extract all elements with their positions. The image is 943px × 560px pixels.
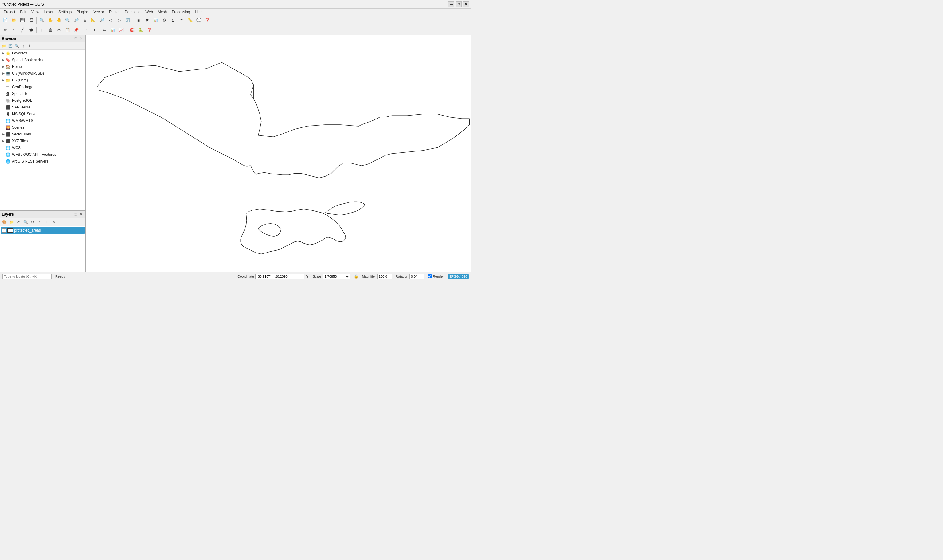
tree-item-spatial-bookmarks[interactable]: ▶🔖Spatial Bookmarks [0,57,85,63]
add-point-button[interactable]: • [10,26,18,34]
tree-item-vector-tiles[interactable]: ▶⬛Vector Tiles [0,131,85,138]
layers-open-button[interactable]: 🎨 [1,219,8,225]
browser-filter-button[interactable]: 🔍 [14,43,20,49]
identify-button[interactable]: 🔍 [38,16,46,24]
layer-checkbox[interactable]: ✓ [2,228,6,232]
layers-close-button[interactable]: ✕ [78,212,83,217]
tree-item-arcgis-rest-servers[interactable]: 🌐ArcGIS REST Servers [0,158,85,165]
tree-item-wms-wmts[interactable]: 🌐WMS/WMTS [0,117,85,124]
tree-item-wfs-ogc-api-features[interactable]: 🌐WFS / OGC API - Features [0,151,85,158]
add-polygon-button[interactable]: ⬟ [27,26,35,34]
deselect-button[interactable]: ✖ [143,16,151,24]
menu-item-settings[interactable]: Settings [56,9,74,15]
measure-button[interactable]: 📏 [186,16,194,24]
zoom-layer-button[interactable]: 📐 [89,16,97,24]
coordinate-input[interactable] [255,274,305,279]
statistics-button[interactable]: 📊 [152,16,160,24]
menu-item-plugins[interactable]: Plugins [74,9,91,15]
layer-item-protected-areas[interactable]: ✓ protected_areas [1,227,85,234]
minimize-button[interactable]: — [448,1,454,8]
python-button[interactable]: 🐍 [137,26,145,34]
pan-native-button[interactable]: 🤚 [55,16,63,24]
layer-diagram-button[interactable]: 📈 [117,26,125,34]
layers-visibility-button[interactable]: 👁 [15,219,22,225]
zoom-full-button[interactable]: ⊞ [81,16,89,24]
tree-item-c-windows-ssd-[interactable]: ▶💻C:\ (Windows-SSD) [0,70,85,77]
open-project-button[interactable]: 📂 [10,16,18,24]
menu-item-view[interactable]: View [29,9,42,15]
tree-item-xyz-tiles[interactable]: ▶⬛XYZ Tiles [0,138,85,145]
tree-item-home[interactable]: ▶🏠Home [0,63,85,70]
sum-button[interactable]: Σ [169,16,177,24]
browser-collapse-button[interactable]: ↑ [21,43,26,49]
select-button[interactable]: ▣ [135,16,143,24]
browser-refresh-button[interactable]: 🔄 [8,43,13,49]
annotation-button[interactable]: 💬 [195,16,203,24]
render-checkbox[interactable] [428,274,432,278]
menu-item-layer[interactable]: Layer [42,9,56,15]
browser-close-button[interactable]: ✕ [78,36,83,41]
new-project-button[interactable]: 📄 [1,16,9,24]
paste-button[interactable]: 📌 [72,26,80,34]
layers-move-up-button[interactable]: ↑ [37,219,43,225]
snapping-button[interactable]: 🧲 [128,26,136,34]
lock-icon[interactable]: 🔒 [354,274,358,278]
diagram-button[interactable]: 📊 [109,26,117,34]
digitize-button[interactable]: ✏ [1,26,9,34]
locate-input[interactable] [3,274,52,279]
pan-button[interactable]: ✋ [46,16,54,24]
tree-item-spatialite[interactable]: 🗄SpatiaLite [0,90,85,97]
rotation-input[interactable] [409,274,424,279]
magnifier-input[interactable] [377,274,392,279]
browser-float-button[interactable]: ⬚ [73,36,78,41]
tree-item-favorites[interactable]: ▶⭐Favorites [0,50,85,57]
layers-filter-map-button[interactable]: ⚙ [29,219,35,225]
scale-select[interactable]: 1:70853 [323,274,350,279]
copy-button[interactable]: 📋 [63,26,72,34]
epsg-badge[interactable]: EPSG:4326 [448,274,469,278]
refresh-button[interactable]: 🔄 [124,16,132,24]
maximize-button[interactable]: □ [455,1,462,8]
delete-button[interactable]: 🗑 [46,26,54,34]
menu-item-database[interactable]: Database [122,9,143,15]
help2-button[interactable]: ❓ [145,26,153,34]
layers-remove-button[interactable]: ✕ [51,219,57,225]
add-line-button[interactable]: ╱ [18,26,26,34]
menu-item-project[interactable]: Project [1,9,17,15]
menu-item-edit[interactable]: Edit [17,9,29,15]
tree-item-wcs[interactable]: 🌐WCS [0,145,85,151]
help-button[interactable]: ❓ [203,16,211,24]
save-button[interactable]: 💾 [18,16,26,24]
menu-item-help[interactable]: Help [192,9,205,15]
browser-info-button[interactable]: ℹ [27,43,32,49]
layers-move-down-button[interactable]: ↓ [44,219,50,225]
menu-item-web[interactable]: Web [143,9,155,15]
list-button[interactable]: ≡ [177,16,186,24]
tree-item-ms-sql-server[interactable]: 🗄MS SQL Server [0,111,85,117]
close-button[interactable]: ✕ [463,1,469,8]
browser-add-button[interactable]: 📁 [1,43,7,49]
tree-item-scenes[interactable]: 🌄Scenes [0,124,85,131]
settings-button[interactable]: ⚙ [160,16,168,24]
menu-item-processing[interactable]: Processing [169,9,192,15]
tree-item-postgresql[interactable]: 🐘PostgreSQL [0,97,85,104]
tree-item-geopackage[interactable]: 🗃GeoPackage [0,83,85,90]
zoom-selection-button[interactable]: 🔎 [98,16,106,24]
layers-float-button[interactable]: ⬚ [73,212,78,217]
redo-button[interactable]: ↪ [89,26,97,34]
menu-item-vector[interactable]: Vector [91,9,106,15]
menu-item-mesh[interactable]: Mesh [155,9,169,15]
tree-item-d-data-[interactable]: ▶📁D:\ (Data) [0,77,85,83]
move-feature-button[interactable]: ⊕ [38,26,46,34]
map-canvas[interactable] [86,35,472,272]
layers-add-button[interactable]: 📁 [8,219,14,225]
zoom-in-button[interactable]: 🔍 [63,16,72,24]
save-as-button[interactable]: 🖫 [27,16,35,24]
zoom-next-button[interactable]: ▷ [115,16,123,24]
cut-button[interactable]: ✂ [55,26,63,34]
label-button[interactable]: 🏷 [100,26,108,34]
layers-filter-button[interactable]: 🔍 [22,219,29,225]
menu-item-raster[interactable]: Raster [106,9,122,15]
zoom-out-button[interactable]: 🔎 [72,16,80,24]
zoom-prev-button[interactable]: ◁ [106,16,115,24]
